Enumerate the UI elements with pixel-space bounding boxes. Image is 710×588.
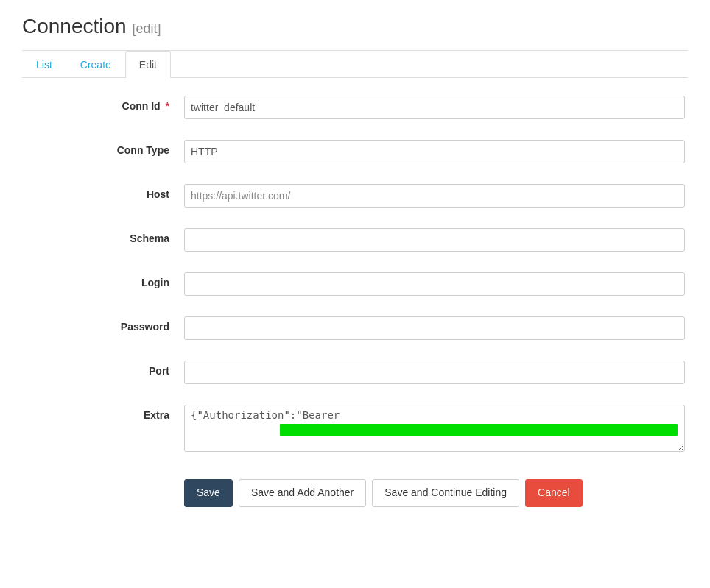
page-container: Connection [edit] List Create Edit Conn … — [0, 0, 710, 588]
extra-field-wrapper: {"Authorization":"Bearer — [184, 405, 685, 454]
edit-tag: [edit] — [132, 21, 161, 36]
form-row-extra: Extra {"Authorization":"Bearer — [22, 405, 685, 464]
form-container: Conn Id * Conn Type Host Schema — [22, 96, 685, 507]
tab-list[interactable]: List — [22, 51, 66, 78]
form-row-password: Password — [22, 316, 685, 350]
input-conn-type[interactable] — [184, 140, 685, 163]
tab-create[interactable]: Create — [66, 51, 125, 78]
save-continue-button[interactable]: Save and Continue Editing — [372, 479, 519, 507]
form-row-conn-type: Conn Type — [22, 140, 685, 174]
label-conn-type: Conn Type — [22, 140, 184, 156]
label-extra: Extra — [22, 405, 184, 421]
tab-edit[interactable]: Edit — [125, 51, 171, 78]
label-login: Login — [22, 272, 184, 288]
required-star: * — [166, 100, 169, 112]
save-button[interactable]: Save — [184, 479, 233, 507]
label-conn-id: Conn Id * — [22, 96, 184, 112]
input-password[interactable] — [184, 316, 685, 340]
input-conn-id[interactable] — [184, 96, 685, 119]
page-title: Connection [edit] — [22, 15, 688, 38]
label-password: Password — [22, 316, 184, 333]
form-row-schema: Schema — [22, 228, 685, 262]
input-port[interactable] — [184, 361, 685, 384]
tabs-container: List Create Edit — [22, 51, 688, 78]
input-schema[interactable] — [184, 228, 685, 252]
input-extra[interactable]: {"Authorization":"Bearer — [184, 405, 685, 452]
label-schema: Schema — [22, 228, 184, 244]
input-login[interactable] — [184, 272, 685, 296]
form-row-login: Login — [22, 272, 685, 306]
form-row-host: Host — [22, 184, 685, 218]
form-actions: Save Save and Add Another Save and Conti… — [22, 479, 685, 507]
save-add-button[interactable]: Save and Add Another — [239, 479, 366, 507]
title-text: Connection — [22, 15, 127, 38]
cancel-button[interactable]: Cancel — [525, 479, 583, 507]
input-host[interactable] — [184, 184, 685, 208]
label-port: Port — [22, 361, 184, 377]
label-host: Host — [22, 184, 184, 200]
form-row-conn-id: Conn Id * — [22, 96, 685, 130]
form-row-port: Port — [22, 361, 685, 394]
